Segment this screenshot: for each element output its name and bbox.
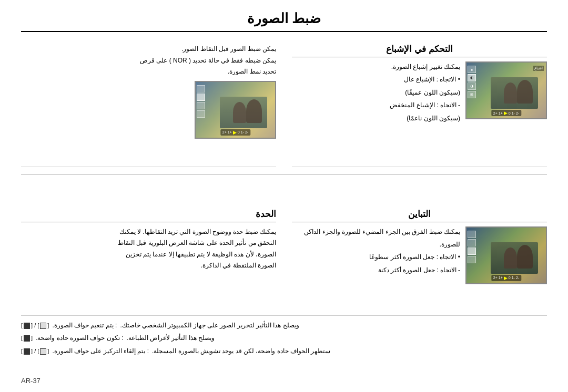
note3-sub: ستظهر الحواف حادة واضحة، لكن قد يوجد تشو…: [152, 346, 330, 357]
note-line-1: ويصلح هذا التأثير لتحرير الصور على جهاز …: [21, 320, 547, 332]
camera-inner-contrast: -2 -1 0 ▶ +1 +2: [466, 228, 546, 283]
camera-inner-rt: -2 -1 0 ▶ +1 +2: [196, 82, 275, 138]
camera-inner: -2 -1 0 ▶ +1 +2 ●: [466, 63, 546, 118]
camera-display-contrast: -2 -1 0 ▶ +1 +2: [465, 226, 547, 284]
note3-main: : يتم إلقاء التركيز على حواف الصورة.: [52, 346, 149, 357]
page-title: ضبط الصورة: [21, 11, 547, 32]
contrast-section: التباين -2 -1 0 ▶ +1 +2: [292, 205, 547, 310]
saturation-content: -2 -1 0 ▶ +1 +2 ●: [292, 61, 547, 126]
note-line-2: ويصلح هذا التأثير لأغراض الطباعة. : تكون…: [21, 333, 547, 344]
contrast-title: التباين: [292, 209, 547, 222]
right-top-text: يمكن ضبط الصور قبل التقاط الصور. يمكن ضب…: [21, 44, 276, 78]
bottom-notes: ويصلح هذا التأثير لتحرير الصور على جهاز …: [21, 315, 547, 381]
camera-display-saturation: -2 -1 0 ▶ +1 +2 ●: [465, 61, 547, 119]
camera-display-right-top: -2 -1 0 ▶ +1 +2: [195, 81, 276, 139]
note1-text: ويصلح هذا التأثير لتحرير الصور على جهاز …: [120, 320, 299, 332]
saturation-text: يمكنك تغيير إشباع الصورة. • الاتجاه : ال…: [292, 61, 460, 126]
page-container: ضبط الصورة التحكم في الإشباع -2 -1: [0, 0, 568, 392]
contrast-text: يمكنك ضبط الفرق بين الجزء المضيء للصورة …: [292, 226, 460, 278]
sharpness-section: الحدة يمكنك ضبط حدة ووضوح الصورة التي تر…: [21, 205, 276, 310]
section-divider: [21, 174, 547, 198]
main-grid: التحكم في الإشباع -2 -1 0 ▶: [21, 40, 547, 381]
page-number: AR-37: [21, 377, 40, 385]
sharpness-title: الحدة: [21, 209, 276, 222]
saturation-title: التحكم في الإشباع: [292, 44, 547, 57]
note1-main: : يتم تنعيم حواف الصورة.: [52, 320, 117, 332]
contrast-content: -2 -1 0 ▶ +1 +2: [292, 226, 547, 284]
sharpness-text: يمكنك ضبط حدة ووضوح الصورة التي تريد الت…: [21, 226, 276, 272]
note-line-3: ستظهر الحواف حادة واضحة، لكن قد يوجد تشو…: [21, 346, 547, 357]
note2-main: : تكون حواف الصورة حادة واضحة.: [36, 333, 123, 344]
note2-icons: []: [21, 333, 33, 344]
saturation-section: التحكم في الإشباع -2 -1 0 ▶: [292, 40, 547, 167]
note3-icons: [] / []: [21, 346, 49, 357]
note1-icons: [] / []: [21, 321, 49, 331]
note2-sub: ويصلح هذا التأثير لأغراض الطباعة.: [126, 333, 215, 344]
right-top-section: يمكن ضبط الصور قبل التقاط الصور. يمكن ضب…: [21, 40, 276, 167]
